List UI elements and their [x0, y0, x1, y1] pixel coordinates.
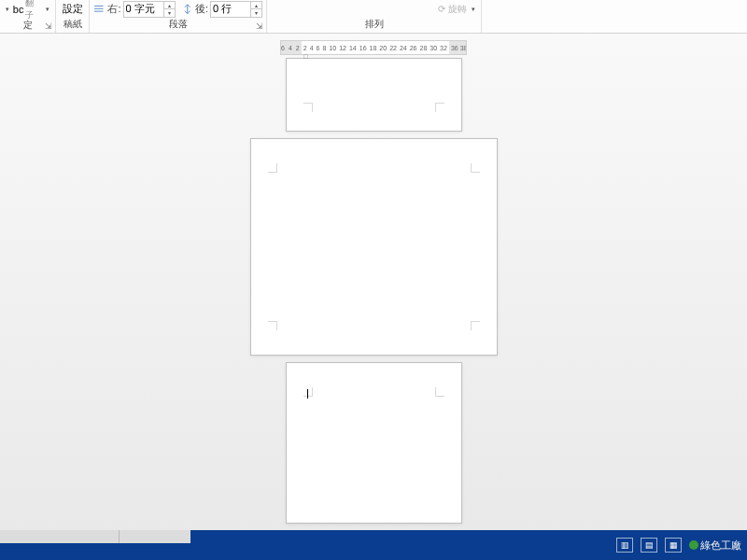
document-area[interactable]: [0, 37, 747, 530]
margin-mark: [435, 387, 444, 397]
ruler-tick: 24: [400, 45, 407, 51]
spacing-after-field[interactable]: [211, 2, 250, 17]
margin-mark: [303, 103, 313, 112]
ruler-tick: 10: [329, 45, 336, 51]
view-web-icon[interactable]: ▦: [665, 538, 682, 553]
svg-rect-0: [94, 5, 104, 6]
ruler-tick: 8: [322, 45, 326, 51]
margin-mark: [268, 163, 277, 173]
spin-up-icon[interactable]: ▴: [163, 2, 175, 9]
watermark-text: 綠色工廠: [700, 539, 741, 553]
svg-rect-2: [94, 10, 104, 11]
arrange-group: ⟳ 旋轉 ▾ 排列: [267, 0, 482, 33]
taskbar-item[interactable]: [120, 530, 190, 543]
ruler-tick: 30: [430, 45, 437, 51]
rotate-icon: ⟳: [438, 4, 445, 14]
spin-down-icon[interactable]: ▾: [250, 9, 261, 17]
manuscript-button[interactable]: 設定: [63, 2, 83, 16]
dropdown-icon[interactable]: ▾: [44, 3, 51, 16]
indent-marker-icon[interactable]: □: [303, 52, 313, 60]
rotate-label: 旋轉: [448, 3, 467, 16]
view-print-icon[interactable]: ▤: [641, 538, 657, 553]
indent-right-input[interactable]: ▴ ▾: [123, 1, 176, 18]
margin-mark: [303, 387, 313, 397]
ruler-tick: 6: [317, 45, 320, 51]
ruler-tick: 6: [281, 45, 285, 51]
group-label: 排列: [271, 18, 477, 33]
ruler-tick: 36: [451, 45, 458, 51]
text-cursor: [307, 389, 308, 399]
page[interactable]: [250, 138, 498, 356]
spacing-after-label: 後:: [195, 2, 208, 16]
paragraph-group: 右: ▴ ▾ 後: ▴ ▾ 段落 ⇲: [90, 0, 267, 33]
margin-mark: [471, 163, 480, 173]
spin-down-icon[interactable]: ▾: [163, 9, 175, 17]
indent-right-icon: [93, 3, 106, 16]
indent-right-field[interactable]: [124, 2, 163, 17]
spin-up-icon[interactable]: ▴: [250, 2, 261, 9]
dialog-launcher-icon[interactable]: ⇲: [44, 21, 53, 31]
page[interactable]: [286, 362, 462, 524]
ruler-right-margin: 36 38 40 42: [449, 41, 467, 54]
status-right: ▥ ▤ ▦ 綠色工廠: [616, 530, 747, 560]
ruler-tick: 16: [359, 45, 367, 51]
view-read-icon[interactable]: ▥: [616, 538, 633, 553]
spacer: [190, 530, 616, 560]
watermark-dot-icon: [689, 540, 698, 550]
manuscript-group: 設定 稿紙: [56, 0, 90, 33]
taskbar: ▥ ▤ ▦ 綠色工廠: [0, 530, 747, 560]
ruler-tick: 12: [339, 45, 346, 51]
margin-mark: [435, 103, 444, 112]
ruler-tick: 22: [389, 45, 397, 51]
ruler-tick: 26: [410, 45, 417, 51]
page[interactable]: [286, 58, 462, 132]
group-label: 稿紙: [60, 18, 85, 33]
taskbar-item[interactable]: [0, 530, 120, 543]
bc-label: bc: [13, 4, 24, 15]
group-label: 段落: [93, 18, 262, 33]
font-group-fragment: ▾ bc 翻子 ▾ 定 ⇲: [0, 0, 56, 33]
ruler-tick: 4: [310, 45, 314, 51]
dialog-launcher-icon[interactable]: ⇲: [255, 21, 264, 31]
ruler-tick: 38: [460, 45, 467, 51]
ruler-tick: 20: [379, 45, 387, 51]
indent-right-label: 右:: [107, 2, 120, 16]
ruler-tick: 2: [303, 45, 307, 51]
ruler-tick: 2: [296, 45, 300, 51]
ruler-tick: 32: [440, 45, 447, 51]
spacing-after-icon: [181, 3, 193, 16]
ruler-tick: 28: [420, 45, 428, 51]
margin-mark: [471, 321, 480, 330]
spacing-after-input[interactable]: ▴ ▾: [210, 1, 262, 18]
watermark: 綠色工廠: [689, 539, 741, 553]
svg-rect-1: [94, 7, 104, 8]
margin-mark: [268, 321, 277, 330]
ruler-body: 2 4 6 8 10 12 14 16 18 20 22 24 26 28 30…: [302, 45, 449, 51]
ribbon: ▾ bc 翻子 ▾ 定 ⇲ 設定 稿紙 右: ▴ ▾: [0, 0, 747, 34]
rotate-button: ⟳ 旋轉 ▾: [438, 3, 477, 16]
ruler-tick: 18: [370, 45, 377, 51]
ruler-tick: 14: [349, 45, 357, 51]
ruler-tick: 4: [289, 45, 292, 51]
ruler-left-margin: 6 4 2: [281, 41, 302, 54]
dropdown-icon: ▾: [470, 3, 477, 16]
dropdown-icon[interactable]: ▾: [4, 3, 11, 16]
